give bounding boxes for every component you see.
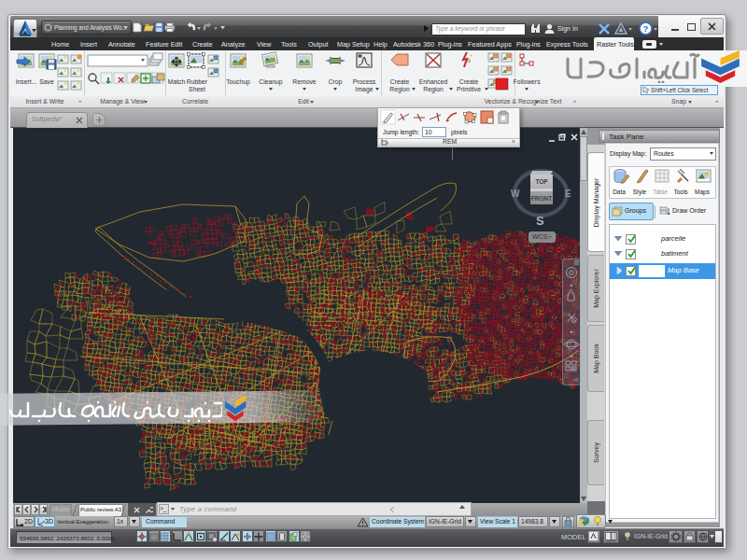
svg-text:Primitive: Primitive [457, 86, 481, 92]
svg-text:Touchup: Touchup [226, 78, 250, 86]
svg-text:?: ? [643, 23, 649, 34]
svg-text:Remove: Remove [292, 78, 317, 85]
svg-text:Sheet: Sheet [189, 86, 205, 92]
svg-text:Create: Create [390, 78, 410, 85]
svg-text:Rubber: Rubber [187, 78, 208, 85]
svg-text:Region: Region [423, 86, 444, 93]
svg-text:Match: Match [168, 78, 186, 85]
svg-text:Process: Process [353, 78, 376, 85]
svg-text:FRONT: FRONT [531, 195, 552, 202]
svg-text:Image: Image [356, 86, 374, 93]
svg-text:0: 0 [575, 377, 578, 383]
svg-text:Save: Save [39, 78, 54, 85]
svg-text:S: S [536, 214, 544, 228]
svg-text:E: E [565, 189, 571, 199]
svg-text:Insert...: Insert... [16, 78, 37, 85]
svg-text:Crop: Crop [329, 78, 343, 86]
svg-text:Region: Region [389, 86, 410, 93]
svg-text:Enhanced: Enhanced [419, 78, 448, 85]
svg-text:Create: Create [459, 78, 479, 85]
svg-text:TOP: TOP [535, 178, 548, 185]
svg-text:W: W [511, 189, 520, 199]
svg-text:Followers: Followers [513, 78, 541, 85]
svg-text:Cleanup: Cleanup [259, 78, 283, 86]
